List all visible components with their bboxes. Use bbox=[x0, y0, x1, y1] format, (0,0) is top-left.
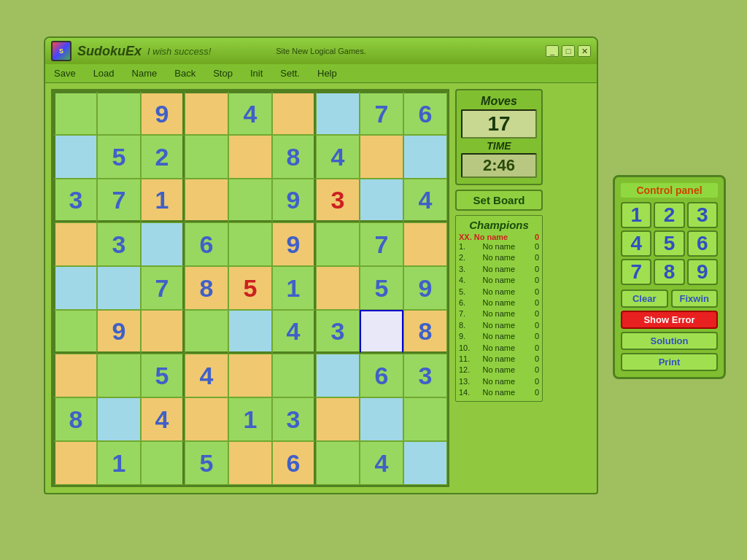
cell-3-2[interactable] bbox=[141, 222, 185, 266]
cell-7-8[interactable] bbox=[403, 397, 447, 441]
cell-5-5[interactable]: 4 bbox=[272, 310, 316, 354]
cell-4-5[interactable]: 1 bbox=[272, 266, 316, 310]
cell-7-3[interactable] bbox=[185, 397, 228, 441]
sudoku-grid[interactable]: 9476528437193436977851599438546384131564 bbox=[51, 89, 449, 487]
num-btn-8[interactable]: 8 bbox=[654, 259, 684, 285]
menu-item-help[interactable]: Help bbox=[314, 67, 340, 79]
clear-button[interactable]: Clear bbox=[621, 289, 668, 308]
cell-1-5[interactable]: 8 bbox=[272, 135, 316, 179]
cell-1-6[interactable]: 4 bbox=[316, 135, 360, 179]
cell-8-3[interactable]: 5 bbox=[185, 441, 228, 485]
print-button[interactable]: Print bbox=[621, 353, 718, 371]
cell-3-7[interactable]: 7 bbox=[360, 222, 403, 266]
solution-button[interactable]: Solution bbox=[621, 332, 718, 350]
cell-1-0[interactable] bbox=[53, 135, 97, 179]
cell-3-5[interactable]: 9 bbox=[272, 222, 316, 266]
cell-4-7[interactable]: 5 bbox=[360, 266, 403, 310]
cell-6-1[interactable] bbox=[97, 354, 141, 397]
cell-2-2[interactable]: 1 bbox=[141, 179, 185, 222]
cell-4-8[interactable]: 9 bbox=[403, 266, 447, 310]
cell-7-6[interactable] bbox=[316, 397, 360, 441]
cell-1-3[interactable] bbox=[185, 135, 228, 179]
cell-6-5[interactable] bbox=[272, 354, 316, 397]
num-btn-9[interactable]: 9 bbox=[687, 259, 718, 285]
cell-8-0[interactable] bbox=[53, 441, 97, 485]
cell-4-3[interactable]: 8 bbox=[185, 266, 228, 310]
num-btn-2[interactable]: 2 bbox=[654, 202, 684, 228]
cell-0-6[interactable] bbox=[316, 91, 360, 135]
cell-6-2[interactable]: 5 bbox=[141, 354, 185, 397]
menu-item-load[interactable]: Load bbox=[90, 67, 117, 79]
cell-2-3[interactable] bbox=[185, 179, 228, 222]
cell-6-0[interactable] bbox=[53, 354, 97, 397]
cell-0-4[interactable]: 4 bbox=[228, 91, 272, 135]
cell-1-7[interactable] bbox=[360, 135, 403, 179]
cell-5-3[interactable] bbox=[185, 310, 228, 354]
cell-0-2[interactable]: 9 bbox=[141, 91, 185, 135]
cell-8-6[interactable] bbox=[316, 441, 360, 485]
cell-4-2[interactable]: 7 bbox=[141, 266, 185, 310]
cell-7-1[interactable] bbox=[97, 397, 141, 441]
cell-3-0[interactable] bbox=[53, 222, 97, 266]
num-btn-7[interactable]: 7 bbox=[621, 259, 651, 285]
cell-4-4[interactable]: 5 bbox=[228, 266, 272, 310]
cell-5-6[interactable]: 3 bbox=[316, 310, 360, 354]
cell-8-7[interactable]: 4 bbox=[360, 441, 403, 485]
cell-2-0[interactable]: 3 bbox=[53, 179, 97, 222]
menu-item-stop[interactable]: Stop bbox=[210, 67, 236, 79]
cell-2-1[interactable]: 7 bbox=[97, 179, 141, 222]
cell-8-5[interactable]: 6 bbox=[272, 441, 316, 485]
cell-0-1[interactable] bbox=[97, 91, 141, 135]
num-btn-6[interactable]: 6 bbox=[687, 230, 718, 257]
cell-2-6[interactable]: 3 bbox=[316, 179, 360, 222]
cell-5-4[interactable] bbox=[228, 310, 272, 354]
cell-0-7[interactable]: 7 bbox=[360, 91, 403, 135]
cell-5-7[interactable] bbox=[360, 310, 403, 354]
cell-8-1[interactable]: 1 bbox=[97, 441, 141, 485]
num-btn-4[interactable]: 4 bbox=[621, 230, 651, 257]
show-error-button[interactable]: Show Error bbox=[621, 311, 718, 329]
menu-item-save[interactable]: Save bbox=[51, 67, 79, 79]
cell-3-3[interactable]: 6 bbox=[185, 222, 228, 266]
cell-1-4[interactable] bbox=[228, 135, 272, 179]
cell-2-7[interactable] bbox=[360, 179, 403, 222]
cell-8-8[interactable] bbox=[403, 441, 447, 485]
menu-item-back[interactable]: Back bbox=[171, 67, 198, 79]
menu-item-sett.[interactable]: Sett. bbox=[277, 67, 303, 79]
cell-6-4[interactable] bbox=[228, 354, 272, 397]
cell-5-0[interactable] bbox=[53, 310, 97, 354]
cell-2-4[interactable] bbox=[228, 179, 272, 222]
cell-6-7[interactable]: 6 bbox=[360, 354, 403, 397]
cell-7-4[interactable]: 1 bbox=[228, 397, 272, 441]
cell-4-0[interactable] bbox=[53, 266, 97, 310]
cell-5-2[interactable] bbox=[141, 310, 185, 354]
cell-1-8[interactable] bbox=[403, 135, 447, 179]
cell-7-7[interactable] bbox=[360, 397, 403, 441]
cell-7-0[interactable]: 8 bbox=[53, 397, 97, 441]
cell-1-2[interactable]: 2 bbox=[141, 135, 185, 179]
cell-6-3[interactable]: 4 bbox=[185, 354, 228, 397]
maximize-button[interactable]: □ bbox=[562, 45, 575, 57]
cell-0-5[interactable] bbox=[272, 91, 316, 135]
cell-4-6[interactable] bbox=[316, 266, 360, 310]
cell-8-4[interactable] bbox=[228, 441, 272, 485]
cell-0-0[interactable] bbox=[53, 91, 97, 135]
fixwin-button[interactable]: Fixwin bbox=[671, 289, 719, 308]
cell-8-2[interactable] bbox=[141, 441, 185, 485]
cell-0-3[interactable] bbox=[185, 91, 228, 135]
cell-3-8[interactable] bbox=[403, 222, 447, 266]
cell-6-6[interactable] bbox=[316, 354, 360, 397]
menu-item-name[interactable]: Name bbox=[129, 67, 160, 79]
num-btn-3[interactable]: 3 bbox=[687, 202, 718, 228]
cell-6-8[interactable]: 3 bbox=[403, 354, 447, 397]
num-btn-1[interactable]: 1 bbox=[621, 202, 651, 228]
cell-5-1[interactable]: 9 bbox=[97, 310, 141, 354]
set-board-button[interactable]: Set Board bbox=[455, 190, 543, 211]
cell-0-8[interactable]: 6 bbox=[403, 91, 447, 135]
menu-item-init[interactable]: Init bbox=[247, 67, 266, 79]
cell-4-1[interactable] bbox=[97, 266, 141, 310]
close-button[interactable]: ✕ bbox=[578, 45, 591, 57]
cell-1-1[interactable]: 5 bbox=[97, 135, 141, 179]
cell-2-5[interactable]: 9 bbox=[272, 179, 316, 222]
cell-2-8[interactable]: 4 bbox=[403, 179, 447, 222]
